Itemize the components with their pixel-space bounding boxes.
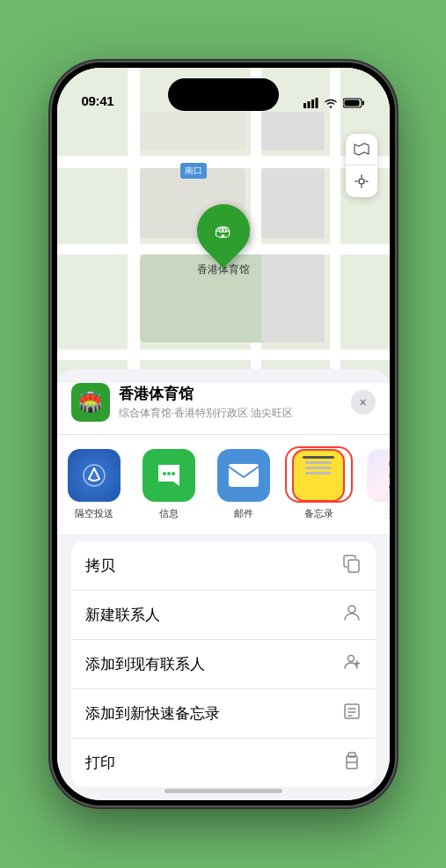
venue-icon-emoji: 🏟️ — [78, 391, 102, 414]
svg-rect-12 — [229, 464, 259, 487]
svg-rect-0 — [303, 103, 306, 108]
svg-rect-3 — [315, 98, 318, 108]
printer-icon — [342, 751, 362, 775]
venue-header: 🏟️ 香港体育馆 综合体育馆·香港特别行政区 油尖旺区 × — [57, 383, 390, 435]
svg-rect-21 — [348, 753, 355, 757]
action-copy[interactable]: 拷贝 — [71, 541, 376, 591]
map-station-label: 南口 — [180, 163, 207, 179]
home-indicator — [165, 789, 282, 793]
action-list: 拷贝 新建联系人 添加到现有联系人 — [71, 541, 376, 787]
action-print[interactable]: 打印 — [71, 739, 376, 787]
svg-rect-20 — [347, 762, 357, 769]
copy-icon — [342, 554, 362, 577]
svg-point-14 — [348, 606, 355, 613]
svg-rect-2 — [311, 99, 314, 108]
status-icons — [303, 98, 365, 108]
svg-rect-6 — [344, 100, 359, 107]
notes-label: 备忘录 — [304, 507, 333, 520]
note-line-1 — [303, 456, 334, 459]
notes2-icon — [342, 702, 362, 725]
svg-point-10 — [167, 472, 171, 475]
venue-subtitle: 综合体育馆·香港特别行政区 油尖旺区 — [119, 406, 351, 421]
svg-rect-1 — [307, 101, 310, 108]
person-icon — [342, 603, 362, 627]
venue-info: 香港体育馆 综合体育馆·香港特别行政区 油尖旺区 — [119, 384, 351, 421]
svg-point-9 — [163, 472, 166, 475]
more-dot-yellow — [389, 471, 390, 480]
svg-point-11 — [172, 472, 175, 475]
battery-icon — [343, 98, 365, 108]
action-print-label: 打印 — [85, 753, 115, 773]
airdrop-icon — [68, 449, 121, 502]
status-time: 09:41 — [82, 93, 114, 108]
svg-point-15 — [347, 656, 354, 662]
share-app-more[interactable]: 推 — [356, 449, 390, 520]
action-add-existing[interactable]: 添加到现有联系人 — [71, 640, 376, 689]
pin-circle: 🏟 — [186, 194, 260, 268]
svg-rect-5 — [362, 101, 364, 106]
airdrop-label: 隔空投送 — [75, 507, 113, 520]
action-quick-note[interactable]: 添加到新快速备忘录 — [71, 689, 376, 739]
bottom-sheet: 🏟️ 香港体育馆 综合体育馆·香港特别行政区 油尖旺区 × 隔空投送 — [57, 369, 390, 800]
venue-name: 香港体育馆 — [119, 384, 351, 404]
location-button[interactable] — [346, 166, 377, 197]
action-quick-note-label: 添加到新快速备忘录 — [85, 703, 220, 724]
svg-point-7 — [359, 179, 364, 184]
note-line-4 — [305, 472, 332, 474]
action-new-contact-label: 新建联系人 — [85, 605, 160, 625]
note-line-3 — [305, 467, 332, 469]
note-line-2 — [305, 461, 332, 464]
messages-label: 信息 — [159, 507, 179, 520]
map-controls — [346, 134, 377, 197]
share-apps-row: 隔空投送 信息 邮件 — [57, 435, 390, 534]
mail-icon — [217, 449, 270, 502]
person-add-icon — [342, 652, 362, 676]
more-icon — [367, 449, 390, 502]
location-pin: 🏟 香港体育馆 — [197, 204, 250, 277]
messages-icon — [143, 449, 195, 502]
action-copy-label: 拷贝 — [85, 555, 115, 576]
share-app-mail[interactable]: 邮件 — [207, 449, 281, 520]
signal-icon — [303, 98, 318, 108]
phone-frame: 09:41 — [52, 63, 395, 805]
wifi-icon — [324, 98, 338, 108]
pin-icon: 🏟 — [215, 221, 232, 241]
svg-point-22 — [355, 760, 357, 761]
share-app-airdrop[interactable]: 隔空投送 — [57, 449, 132, 520]
map-type-button[interactable] — [346, 134, 377, 166]
action-new-contact[interactable]: 新建联系人 — [71, 591, 376, 640]
notes-icon — [292, 449, 345, 502]
svg-rect-13 — [348, 560, 359, 572]
more-label: 推 — [389, 507, 390, 520]
more-dot-red — [389, 460, 390, 468]
share-app-notes[interactable]: 备忘录 — [281, 449, 356, 520]
action-add-existing-label: 添加到现有联系人 — [85, 654, 205, 674]
phone-screen: 09:41 — [57, 68, 390, 800]
venue-icon: 🏟️ — [71, 383, 110, 422]
dynamic-island — [168, 78, 279, 111]
close-button[interactable]: × — [351, 390, 376, 415]
mail-label: 邮件 — [234, 507, 253, 520]
more-dot-blue — [389, 482, 390, 491]
share-app-messages[interactable]: 信息 — [132, 449, 207, 520]
